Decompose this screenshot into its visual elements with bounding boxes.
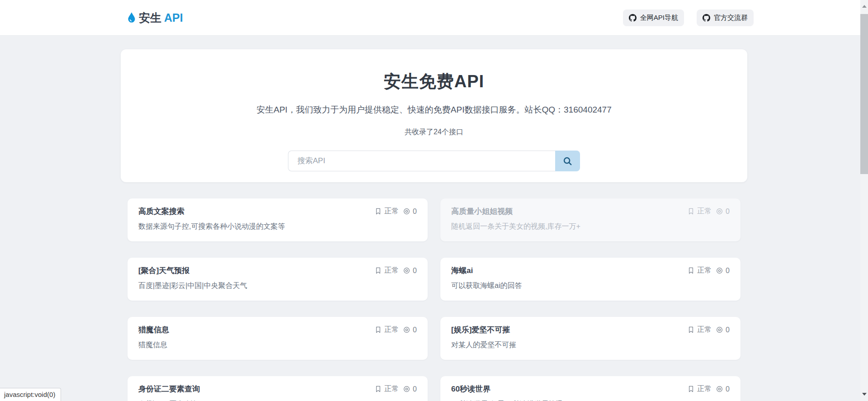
link-preview-status: javascript:void(0) (0, 388, 61, 401)
main-content: 安生免费API 安生API，我们致力于为用户提供稳定、快速的免费API数据接口服… (0, 49, 868, 401)
api-card-header: [聚合]天气预报 正常 0 (138, 265, 417, 276)
api-card-meta: 正常 0 (374, 384, 417, 394)
api-card[interactable]: 海螺ai 正常 0 可以获取海螺ai的回答 (440, 258, 741, 301)
view-count: 0 (726, 385, 730, 393)
bookmark-icon (687, 208, 695, 215)
eye-icon (403, 208, 410, 215)
api-card-meta: 正常 0 (687, 207, 730, 216)
api-card[interactable]: 高质文案搜索 正常 0 数据来源句子控,可搜索各种小说动漫的文案等 (127, 198, 428, 241)
api-card-header: 猎魔信息 正常 0 (138, 325, 417, 335)
bookmark-icon (374, 208, 382, 215)
nav-button-label: 官方交流群 (714, 14, 748, 22)
nav-button-label: 全网API导航 (640, 14, 678, 22)
hero-subtitle: 安生API，我们致力于为用户提供稳定、快速的免费API数据接口服务。站长QQ：3… (121, 104, 747, 116)
bookmark-icon (687, 385, 695, 393)
api-card-title: [娱乐]爱坚不可摧 (451, 325, 510, 335)
api-card-header: 海螺ai 正常 0 (451, 265, 730, 276)
github-icon (703, 14, 710, 22)
api-card-header: 高质量小姐姐视频 正常 0 (451, 206, 730, 217)
down-arrow-icon (862, 393, 867, 396)
status-badge: 正常 (697, 325, 712, 335)
api-card-meta: 正常 0 (687, 384, 730, 394)
api-card-title: 60秒读世界 (451, 384, 491, 394)
view-count: 0 (413, 267, 417, 275)
api-card-meta: 正常 0 (374, 266, 417, 275)
api-card-title: 高质量小姐姐视频 (451, 206, 513, 217)
hero-panel: 安生免费API 安生API，我们致力于为用户提供稳定、快速的免费API数据接口服… (121, 49, 747, 182)
search-input[interactable] (288, 151, 555, 171)
brand-name: 安生 (139, 10, 161, 25)
view-count: 0 (726, 208, 730, 216)
header-inner: 安生 API 全网API导航 官方交流群 (107, 0, 761, 35)
up-arrow-icon (862, 5, 867, 8)
api-count-text: 共收录了24个接口 (121, 127, 747, 137)
api-card-description: 对某人的爱坚不可摧 (451, 340, 730, 350)
status-badge: 正常 (697, 384, 712, 394)
api-card-header: 60秒读世界 正常 0 (451, 384, 730, 394)
eye-icon (716, 326, 723, 334)
api-card-meta: 正常 0 (687, 266, 730, 275)
status-badge: 正常 (697, 207, 712, 216)
header-nav: 全网API导航 官方交流群 (623, 9, 754, 26)
status-badge: 正常 (384, 266, 399, 275)
eye-icon (403, 267, 410, 274)
api-card-title: 高质文案搜索 (138, 206, 184, 217)
api-card-description: 百度|墨迹|彩云|中国|中央聚合天气 (138, 281, 417, 291)
api-card-description: 可以获取海螺ai的回答 (451, 281, 730, 291)
bookmark-icon (687, 326, 695, 334)
api-card[interactable]: 猎魔信息 正常 0 猎魔信息 (127, 317, 428, 360)
status-badge: 正常 (384, 207, 399, 216)
search-icon (562, 156, 573, 166)
status-badge: 正常 (384, 384, 399, 394)
scroll-up-button[interactable] (860, 2, 868, 10)
api-card[interactable]: 高质量小姐姐视频 正常 0 随机返回一条关于美女的视频,库存一万+ (440, 198, 741, 241)
page-title: 安生免费API (121, 70, 747, 93)
api-card[interactable]: 身份证二要素查询 正常 0 身份证,二要素查询 (127, 376, 428, 401)
api-card-meta: 正常 0 (374, 207, 417, 216)
eye-icon (716, 385, 723, 393)
api-card-title: [聚合]天气预报 (138, 265, 189, 276)
api-card-description: 身份证,二要素查询 (138, 399, 417, 401)
bookmark-icon (374, 326, 382, 334)
api-card[interactable]: [聚合]天气预报 正常 0 百度|墨迹|彩云|中国|中央聚合天气 (127, 258, 428, 301)
view-count: 0 (413, 385, 417, 393)
bookmark-icon (374, 385, 382, 393)
api-card-header: 身份证二要素查询 正常 0 (138, 384, 417, 394)
api-card-title: 海螺ai (451, 265, 473, 276)
api-card-header: 高质文案搜索 正常 0 (138, 206, 417, 217)
scroll-down-button[interactable] (860, 390, 868, 398)
scrollbar-thumb[interactable] (860, 14, 868, 174)
bookmark-icon (687, 267, 695, 274)
eye-icon (716, 267, 723, 274)
eye-icon (403, 326, 410, 334)
api-card-description: 数据来源句子控,可搜索各种小说动漫的文案等 (138, 222, 417, 231)
nav-official-group-button[interactable]: 官方交流群 (697, 9, 754, 26)
view-count: 0 (413, 326, 417, 334)
api-card-title: 猎魔信息 (138, 325, 169, 335)
bookmark-icon (374, 267, 382, 274)
eye-icon (716, 208, 723, 215)
status-badge: 正常 (384, 325, 399, 335)
api-card[interactable]: [娱乐]爱坚不可摧 正常 0 对某人的爱坚不可摧 (440, 317, 741, 360)
search-button[interactable] (555, 151, 580, 171)
search-bar (288, 151, 580, 171)
nav-api-directory-button[interactable]: 全网API导航 (623, 9, 684, 26)
api-card-description: 60秒读世界,每天60秒读懂世界快讯 (451, 399, 730, 401)
vertical-scrollbar[interactable] (860, 0, 868, 401)
api-card-title: 身份证二要素查询 (138, 384, 200, 394)
brand-logo[interactable]: 安生 API (127, 10, 183, 25)
api-card-description: 随机返回一条关于美女的视频,库存一万+ (451, 222, 730, 231)
view-count: 0 (726, 267, 730, 275)
view-count: 0 (726, 326, 730, 334)
eye-icon (403, 385, 410, 393)
api-card-meta: 正常 0 (687, 325, 730, 335)
api-card-grid: 高质文案搜索 正常 0 数据来源句子控,可搜索各种小说动漫的文案等 高质量小姐姐… (127, 198, 741, 401)
view-count: 0 (413, 208, 417, 216)
api-card-meta: 正常 0 (374, 325, 417, 335)
water-drop-icon (127, 12, 136, 24)
header: 安生 API 全网API导航 官方交流群 (0, 0, 868, 36)
api-card-description: 猎魔信息 (138, 340, 417, 350)
brand-accent: API (164, 11, 183, 24)
api-card[interactable]: 60秒读世界 正常 0 60秒读世界,每天60秒读懂世界快讯 (440, 376, 741, 401)
github-icon (629, 14, 637, 22)
